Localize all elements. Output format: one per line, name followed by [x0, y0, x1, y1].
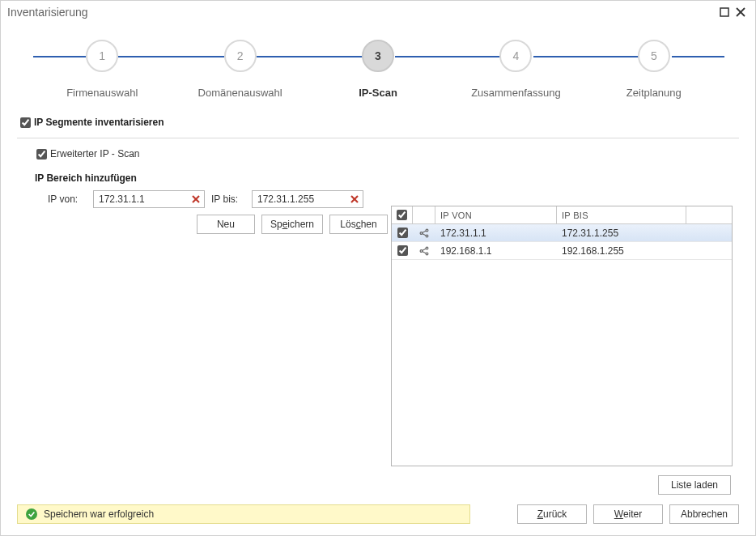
ip-ranges-table: IP VON IP BIS 172.31.1.1172.31.1.255192.…: [391, 206, 733, 466]
step-number: 2: [224, 40, 257, 72]
svg-line-16: [423, 251, 427, 253]
row-checkbox[interactable]: [397, 228, 408, 238]
table-row[interactable]: 192.168.1.1192.168.1.255: [392, 242, 732, 260]
next-button[interactable]: Weiter: [593, 504, 663, 524]
save-button[interactable]: Speichern: [261, 215, 323, 234]
cancel-button[interactable]: Abbrechen: [669, 504, 739, 524]
step-number: 4: [499, 40, 532, 72]
step-number: 5: [638, 40, 670, 72]
svg-line-10: [423, 231, 427, 232]
divider: [17, 138, 739, 138]
cell-ip-from: 192.168.1.1: [435, 245, 557, 257]
success-icon: [26, 508, 37, 520]
segments-checkbox-row: IP Segmente inventarisieren: [17, 112, 739, 133]
step-number: 1: [86, 40, 118, 72]
ip-to-label: IP bis:: [211, 194, 245, 205]
select-all-checkbox[interactable]: [397, 210, 407, 220]
extended-scan-row: Erweiterter IP - Scan: [17, 147, 739, 161]
back-button[interactable]: Zurück: [517, 504, 587, 524]
step-label: Zusammenfassung: [471, 87, 561, 99]
step-label: Zeitplanung: [626, 87, 682, 99]
window-title: Inventarisierung: [7, 6, 88, 19]
step-5[interactable]: 5Zeitplanung: [585, 40, 723, 99]
col-ip-from[interactable]: IP VON: [435, 206, 557, 223]
step-1[interactable]: 1Firmenauswahl: [33, 40, 171, 99]
wizard-stepper: 1Firmenauswahl2Domänenauswahl3IP-Scan4Zu…: [1, 23, 755, 108]
table-header: IP VON IP BIS: [392, 206, 732, 224]
step-number: 3: [362, 40, 394, 72]
status-text: Speichern war erfolgreich: [44, 508, 154, 520]
step-4[interactable]: 4Zusammenfassung: [447, 40, 584, 99]
inventory-wizard-window: Inventarisierung 1Firmenauswahl2Domänena…: [0, 0, 756, 536]
step-label: Domänenauswahl: [198, 87, 282, 99]
close-icon[interactable]: [733, 4, 749, 20]
step-3[interactable]: 3IP-Scan: [309, 40, 447, 99]
step-2[interactable]: 2Domänenauswahl: [171, 40, 308, 99]
titlebar: Inventarisierung: [1, 1, 755, 23]
load-list-button[interactable]: Liste laden: [658, 475, 731, 495]
segments-label: IP Segmente inventarisieren: [34, 117, 164, 128]
add-range-header: IP Bereich hinzufügen: [17, 161, 739, 190]
row-checkbox[interactable]: [397, 245, 408, 256]
segments-checkbox[interactable]: [20, 117, 31, 128]
share-icon: [413, 228, 435, 239]
new-button[interactable]: Neu: [197, 215, 255, 234]
clear-from-icon[interactable]: [189, 192, 203, 206]
status-bar: Speichern war erfolgreich: [17, 504, 470, 524]
cell-ip-from: 172.31.1.1: [435, 228, 557, 239]
share-icon: [413, 245, 435, 257]
step-label: IP-Scan: [359, 87, 397, 99]
col-ip-to[interactable]: IP BIS: [557, 206, 686, 223]
delete-button[interactable]: Löschen: [329, 215, 388, 234]
cell-ip-to: 192.168.1.255: [557, 245, 686, 257]
table-row[interactable]: 172.31.1.1172.31.1.255: [392, 224, 732, 242]
maximize-icon[interactable]: [716, 4, 733, 20]
svg-line-15: [423, 249, 427, 250]
svg-line-11: [423, 233, 427, 235]
ip-from-label: IP von:: [48, 194, 87, 205]
cell-ip-to: 172.31.1.255: [557, 228, 686, 239]
step-label: Firmenauswahl: [66, 87, 138, 99]
footer: Speichern war erfolgreich Zurück Weiter …: [17, 504, 739, 524]
extended-scan-checkbox[interactable]: [36, 149, 47, 160]
svg-rect-0: [720, 8, 728, 16]
clear-to-icon[interactable]: [347, 192, 362, 206]
extended-scan-label: Erweiterter IP - Scan: [50, 148, 139, 160]
